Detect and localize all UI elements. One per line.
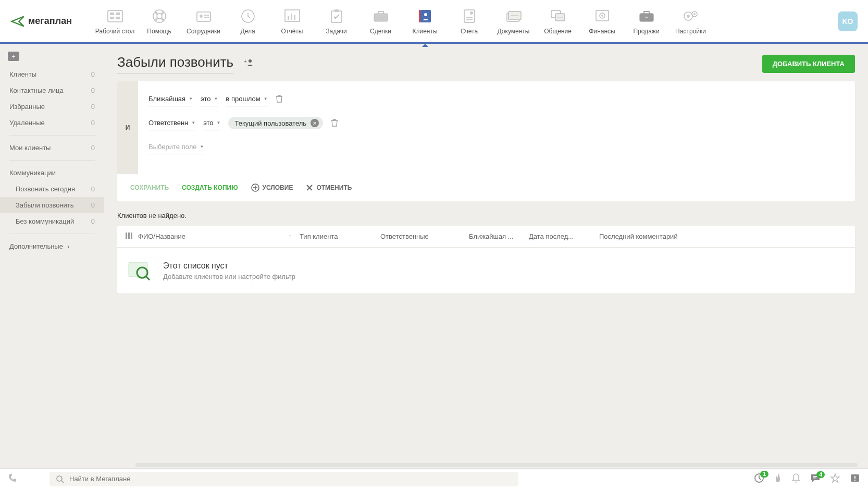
sidebar-add-button[interactable]: ＋ (8, 52, 19, 61)
sidebar-item-call-today[interactable]: Позвонить сегодня0 (0, 181, 104, 197)
nav-finance[interactable]: Финансы (580, 3, 624, 40)
trash-icon[interactable] (331, 118, 338, 128)
chevron-right-icon: › (67, 242, 69, 250)
tag-text: Текущий пользователь (234, 119, 306, 127)
fire-icon[interactable] (774, 473, 782, 485)
filter-save-button[interactable]: СОХРАНИТЬ (130, 184, 169, 191)
divider (9, 135, 95, 136)
svg-point-41 (693, 13, 696, 15)
nav-reports[interactable]: Отчёты (270, 3, 314, 40)
filter-add-field[interactable]: Выберите поле▼ (148, 140, 204, 154)
messages-icon[interactable]: 4 (810, 473, 821, 484)
svg-rect-10 (204, 17, 209, 18)
svg-rect-2 (116, 13, 120, 15)
nav-employees[interactable]: Сотрудники (181, 3, 226, 40)
svg-point-42 (249, 59, 252, 63)
nav-invoices[interactable]: Счета (447, 3, 491, 40)
sidebar-item-communications[interactable]: Коммуникации (0, 165, 104, 181)
svg-rect-15 (294, 15, 295, 20)
th-responsible[interactable]: Ответственные (380, 233, 469, 240)
th-type[interactable]: Тип клиента (300, 233, 380, 240)
sidebar-expand[interactable]: Дополнительные› (0, 238, 104, 254)
nav-communication[interactable]: Общение (536, 3, 580, 40)
sidebar-count: 0 (91, 87, 95, 94)
nav-dashboard[interactable]: Рабочий стол (93, 3, 137, 40)
sidebar-item-no-comm[interactable]: Без коммуникаций0 (0, 213, 104, 229)
svg-text:+: + (244, 58, 247, 64)
sidebar-item-favorites[interactable]: Избранные0 (0, 99, 104, 115)
svg-rect-0 (108, 10, 122, 22)
logo[interactable]: мегаплан (10, 14, 72, 29)
global-search[interactable] (49, 472, 518, 486)
select-placeholder: Выберите поле (148, 143, 197, 151)
nav-label: Настройки (675, 28, 706, 35)
filter-copy-button[interactable]: СОЗДАТЬ КОПИЮ (182, 184, 238, 191)
documents-icon (505, 8, 522, 25)
star-icon[interactable] (830, 473, 840, 485)
caret-icon: ▼ (264, 96, 268, 101)
filter-actions: СОХРАНИТЬ СОЗДАТЬ КОПИЮ УСЛОВИЕ ОТМЕНИТЬ (117, 174, 855, 201)
filter-op-select[interactable]: это▼ (201, 92, 218, 106)
logo-icon (10, 14, 25, 29)
nav-label: Клиенты (412, 28, 437, 35)
tag-remove-icon[interactable]: ✕ (311, 119, 319, 127)
sidebar-label: Дополнительные (9, 242, 63, 250)
employees-icon (195, 8, 212, 25)
filter-cancel-button[interactable]: ОТМЕНИТЬ (306, 184, 352, 191)
sidebar-count: 0 (91, 201, 95, 209)
add-people-icon[interactable]: + (244, 58, 254, 69)
nav-deals-todo[interactable]: Дела (226, 3, 270, 40)
filter-field-select[interactable]: Ближайшая▼ (148, 92, 193, 106)
sidebar-item-clients[interactable]: Клиенты0 (0, 66, 104, 82)
sidebar-item-contacts[interactable]: Контактные лица0 (0, 82, 104, 99)
nav-help[interactable]: Помощь (137, 3, 181, 40)
nav-label: Задачи (326, 28, 346, 35)
search-input[interactable] (69, 475, 512, 483)
th-last-date[interactable]: Дата послед... (529, 233, 599, 240)
bell-icon[interactable] (791, 473, 801, 485)
avatar[interactable]: KO (838, 11, 858, 31)
svg-rect-4 (116, 17, 120, 19)
nav-settings[interactable]: Настройки (668, 3, 713, 40)
scrollbar[interactable] (135, 463, 858, 467)
svg-point-8 (200, 15, 203, 18)
filter-value-select[interactable]: в прошлом▼ (226, 92, 267, 106)
nav-sales[interactable]: Продажи (624, 3, 668, 40)
th-last-comment[interactable]: Последний комментарий (599, 233, 847, 240)
svg-point-31 (560, 17, 561, 18)
logo-text: мегаплан (28, 16, 72, 27)
nav-tasks[interactable]: Задачи (314, 3, 358, 40)
table-panel: ФИО/Название↑ Тип клиента Ответственные … (117, 226, 855, 294)
th-label: ФИО/Название (138, 233, 185, 240)
sidebar-item-deleted[interactable]: Удаленные0 (0, 115, 104, 131)
phone-icon[interactable] (8, 473, 39, 484)
nav-deals[interactable]: Сделки (358, 3, 403, 40)
trash-icon[interactable] (276, 94, 283, 104)
sidebar-item-myclients[interactable]: Мои клиенты0 (0, 140, 104, 156)
sidebar-item-forgot-call[interactable]: Забыли позвонить0 (0, 197, 104, 213)
nav-clients[interactable]: Клиенты (403, 3, 447, 40)
clients-icon (417, 8, 433, 25)
pending-icon[interactable]: 1 (754, 473, 764, 485)
select-value: это (201, 95, 210, 103)
close-icon (306, 184, 313, 191)
column-settings-icon[interactable] (125, 232, 138, 241)
filter-row-2: Ответственн▼ это▼ Текущий пользователь✕ (148, 116, 845, 130)
th-name[interactable]: ФИО/Название↑ (138, 233, 300, 240)
add-client-button[interactable]: ДОБАВИТЬ КЛИЕНТА (762, 55, 855, 73)
sidebar-count: 0 (91, 103, 95, 111)
no-results-text: Клиентов не найдено. (117, 212, 855, 219)
svg-point-35 (601, 15, 603, 17)
th-nearest[interactable]: Ближайшая ... (469, 233, 529, 240)
sidebar-label: Позвонить сегодня (16, 185, 75, 193)
svg-point-23 (470, 11, 473, 15)
filter-field-select[interactable]: Ответственн▼ (148, 116, 195, 130)
clock-icon (240, 8, 256, 25)
nav-label: Сделки (370, 28, 391, 35)
alert-icon[interactable] (850, 473, 860, 484)
nav-documents[interactable]: Документы (491, 3, 536, 40)
filter-panel: И Ближайшая▼ это▼ в прошлом▼ Ответственн… (117, 81, 855, 174)
filter-op-select[interactable]: это▼ (203, 116, 220, 130)
filter-condition-button[interactable]: УСЛОВИЕ (251, 184, 293, 192)
nav-label: Помощь (147, 28, 171, 35)
